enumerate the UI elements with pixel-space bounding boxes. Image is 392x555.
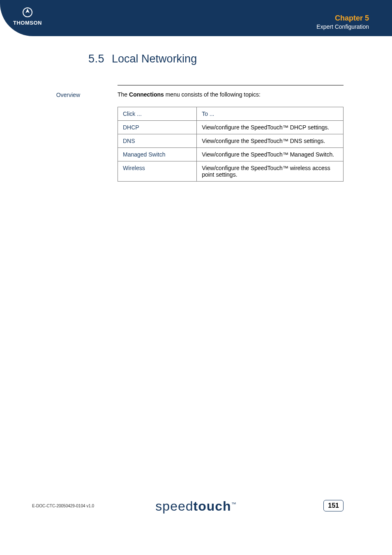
table-row: DHCP View/configure the SpeedTouch™ DHCP… — [118, 121, 344, 134]
topics-table: Click ... To ... DHCP View/configure the… — [118, 107, 344, 182]
header-title: Chapter 5 Expert Configuration — [316, 14, 369, 30]
intro-bold: Connections — [129, 91, 164, 98]
table-header-row: Click ... To ... — [118, 107, 344, 121]
section-number: 5.5 — [88, 53, 104, 65]
intro-text: The Connections menu consists of the fol… — [118, 91, 344, 98]
page-content: 5.5Local Networking Overview The Connect… — [88, 53, 344, 182]
thomson-logo-text: THOMSON — [13, 20, 42, 26]
chapter-subtitle: Expert Configuration — [316, 23, 369, 30]
desc-dhcp: View/configure the SpeedTouch™ DHCP sett… — [197, 121, 344, 134]
brand-light: speed — [155, 499, 193, 514]
brand-tm: ™ — [231, 501, 237, 507]
link-dns[interactable]: DNS — [118, 134, 197, 148]
table-row: DNS View/configure the SpeedTouch™ DNS s… — [118, 134, 344, 148]
th-click: Click ... — [118, 107, 197, 121]
link-dhcp[interactable]: DHCP — [118, 121, 197, 134]
page-number: 151 — [323, 500, 344, 511]
table-row: Managed Switch View/configure the SpeedT… — [118, 148, 344, 161]
brand-bold: touch — [194, 499, 231, 514]
footer-docid: E-DOC-CTC-20050429-0104 v1.0 — [32, 504, 94, 508]
footer-brand: speedtouch™ — [155, 499, 236, 514]
th-to: To ... — [197, 107, 344, 121]
desc-managed-switch: View/configure the SpeedTouch™ Managed S… — [197, 148, 344, 161]
thomson-logo-icon — [23, 7, 32, 17]
desc-wireless: View/configure the SpeedTouch™ wireless … — [197, 161, 344, 182]
content-divider — [118, 85, 344, 85]
page-footer: E-DOC-CTC-20050429-0104 v1.0 speedtouch™… — [0, 490, 392, 515]
side-label-overview: Overview — [51, 92, 80, 98]
thomson-logo: THOMSON — [11, 6, 44, 28]
chapter-label: Chapter 5 — [316, 14, 369, 23]
table-row: Wireless View/configure the SpeedTouch™ … — [118, 161, 344, 182]
intro-suffix: menu consists of the following topics: — [164, 91, 261, 98]
intro-prefix: The — [118, 91, 129, 98]
section-heading: 5.5Local Networking — [88, 53, 344, 65]
link-managed-switch[interactable]: Managed Switch — [118, 148, 197, 161]
section-title: Local Networking — [112, 53, 197, 65]
link-wireless[interactable]: Wireless — [118, 161, 197, 182]
desc-dns: View/configure the SpeedTouch™ DNS setti… — [197, 134, 344, 148]
